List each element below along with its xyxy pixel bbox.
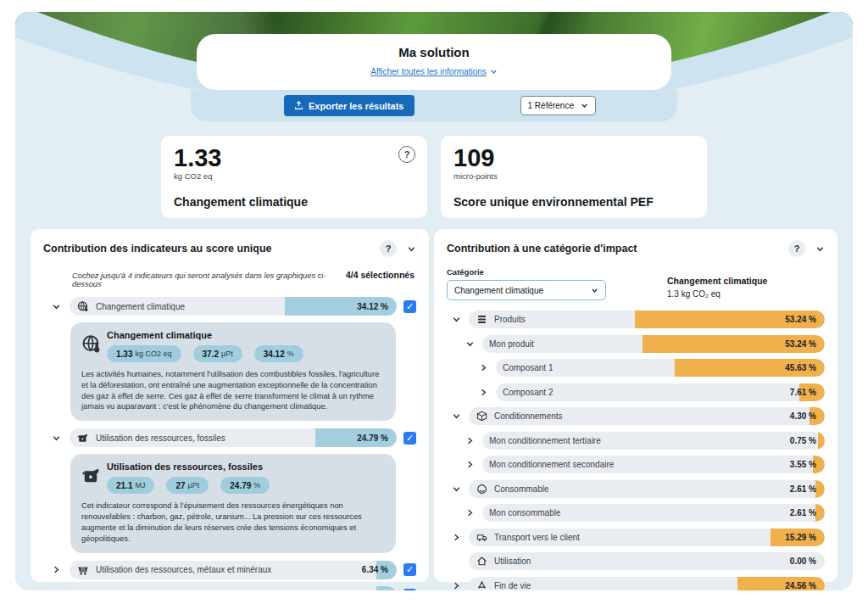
- value-pill: 24.79%: [220, 477, 270, 494]
- indicator-pill[interactable]: Utilisation des ressources, fossiles 24.…: [70, 428, 397, 447]
- tree-pill[interactable]: Fin de vie 24.56 %: [469, 577, 825, 591]
- globe-thermometer-icon: [81, 330, 107, 362]
- indicator-detail-card-climate: Changement climatique 1.33kg CO2 eq 37.2…: [70, 322, 396, 421]
- package-icon: [476, 411, 487, 422]
- chevron-down-icon: [815, 244, 825, 254]
- indicator-row-metals-minerals: Utilisation des ressources, métaux et mi…: [50, 561, 416, 579]
- metrics-row: 1.33 kg CO2 eq Changement climatique ? 1…: [15, 136, 853, 218]
- tree-row-conditionnement-secondaire: Mon conditionnement secondaire 3.55 %: [464, 456, 825, 473]
- chevron-down-icon[interactable]: [450, 315, 463, 324]
- metric-value: 109: [453, 145, 694, 171]
- indicator-pill[interactable]: Particules fines 6.29 %: [70, 586, 397, 590]
- indicator-checkbox[interactable]: ✓: [403, 432, 416, 445]
- value-pill: 34.12%: [254, 345, 303, 362]
- truck-icon: [476, 532, 487, 543]
- metric-unit: kg CO2 eq: [174, 171, 415, 181]
- detail-title: Changement climatique: [107, 330, 385, 340]
- metric-value: 1.33: [174, 145, 415, 171]
- indicator-row-fossil-resources: Utilisation des ressources, fossiles 24.…: [50, 428, 416, 447]
- value-pill: 27µPt: [166, 477, 209, 494]
- mine-cart-icon: [77, 564, 89, 576]
- selected-category-value: 1.3 kg CO₂ eq: [667, 289, 767, 299]
- solution-card: Ma solution Afficher toutes les informat…: [197, 34, 671, 90]
- metric-card-climate: 1.33 kg CO2 eq Changement climatique ?: [161, 136, 427, 218]
- tree-row-produits: Produits 53.24 %: [450, 310, 825, 328]
- home-icon: [476, 556, 487, 567]
- tree-row-conditionnement-tertiaire: Mon conditionnement tertiaire 0.75 %: [464, 432, 825, 450]
- value-pill: 21.1MJ: [107, 477, 154, 494]
- main-container: Exporter les résultats 1 Référence Ma so…: [15, 12, 853, 590]
- indicator-pill[interactable]: Changement climatique 34.12 %: [70, 297, 397, 316]
- export-results-button[interactable]: Exporter les résultats: [284, 95, 415, 116]
- reference-dropdown[interactable]: 1 Référence: [520, 96, 596, 115]
- indicators-contribution-panel: Contribution des indicateurs au score un…: [31, 229, 429, 582]
- show-all-informations-link[interactable]: Afficher toutes les informations: [370, 67, 498, 76]
- page-title: Ma solution: [197, 34, 671, 59]
- chevron-right-icon[interactable]: [477, 363, 490, 372]
- chevron-down-icon: [591, 287, 598, 294]
- collapse-panel-button[interactable]: [815, 244, 825, 254]
- globe-thermometer-icon: [77, 300, 89, 312]
- chevron-right-icon[interactable]: [464, 460, 476, 469]
- metric-label: Changement climatique: [174, 195, 415, 209]
- chevron-down-icon[interactable]: [50, 433, 63, 443]
- tree-pill[interactable]: Conditionnements 4.30 %: [469, 407, 825, 425]
- collapse-panel-button[interactable]: [407, 244, 416, 254]
- results-page: Exporter les résultats 1 Référence Ma so…: [0, 0, 868, 604]
- panel-title: Contribution à une catégorie d'impact: [447, 243, 637, 254]
- detail-description: Cet indicateur correspond à l'épuisement…: [81, 501, 385, 544]
- indicator-row-climate: Changement climatique 34.12 % ✓: [50, 297, 416, 316]
- category-contribution-panel: Contribution à une catégorie d'impact ? …: [434, 229, 837, 582]
- indicator-label: Utilisation des ressources, fossiles: [96, 433, 225, 443]
- help-icon[interactable]: ?: [398, 146, 415, 163]
- tree-pill[interactable]: Consommable 2.61 %: [469, 480, 825, 498]
- chevron-down-icon[interactable]: [450, 484, 463, 494]
- instruction-text: Cochez jusqu'à 4 indicateurs qui seront …: [72, 271, 346, 288]
- indicator-percent: 6.34 %: [362, 565, 397, 574]
- chevron-down-icon[interactable]: [50, 302, 63, 311]
- tree-pill[interactable]: Transport vers le client 15.29 %: [469, 528, 825, 546]
- chevron-right-icon[interactable]: [450, 533, 463, 542]
- tree-row-composant-1: Composant 1 45.63 %: [477, 359, 825, 377]
- selected-count: 4/4 sélectionnés: [346, 270, 415, 280]
- tree-pill[interactable]: Produits 53.24 %: [469, 310, 825, 328]
- help-icon[interactable]: ?: [788, 240, 805, 257]
- tree-row-mon-consommable: Mon consommable 2.61 %: [464, 504, 825, 522]
- indicator-row-fine-particles: Particules fines 6.29 % ✓: [50, 586, 416, 590]
- tree-pill[interactable]: Composant 2 7.61 %: [496, 383, 825, 401]
- help-icon[interactable]: ?: [380, 240, 397, 257]
- tree-row-transport: Transport vers le client 15.29 %: [450, 528, 825, 546]
- tree-pill[interactable]: Mon produit 53.24 %: [482, 335, 825, 353]
- indicator-checkbox[interactable]: ✓: [403, 589, 416, 590]
- indicator-checkbox[interactable]: ✓: [403, 563, 416, 576]
- chevron-down-icon[interactable]: [450, 411, 463, 421]
- metric-label: Score unique environnemental PEF: [453, 195, 694, 209]
- export-icon: [294, 101, 303, 110]
- panel-title: Contribution des indicateurs au score un…: [43, 243, 271, 254]
- indicator-checkbox[interactable]: ✓: [403, 300, 416, 313]
- tree-pill[interactable]: Mon conditionnement tertiaire 0.75 %: [482, 432, 825, 450]
- chevron-right-icon[interactable]: [464, 508, 476, 517]
- indicator-detail-card-fossil: Utilisation des ressources, fossiles 21.…: [70, 454, 396, 552]
- tree-pill[interactable]: Mon conditionnement secondaire 3.55 %: [482, 456, 825, 473]
- tree-row-composant-2: Composant 2 7.61 %: [477, 383, 825, 401]
- tree-row-conditionnements: Conditionnements 4.30 %: [450, 407, 825, 425]
- consumable-icon: [476, 484, 487, 495]
- category-label: Catégorie: [447, 267, 606, 277]
- tree-pill[interactable]: Mon consommable 2.61 %: [482, 504, 825, 522]
- chevron-down-icon: [490, 68, 498, 76]
- oil-can-icon: [77, 432, 89, 444]
- chevron-right-icon[interactable]: [464, 436, 476, 445]
- chevron-right-icon[interactable]: [450, 581, 463, 590]
- chevron-down-icon[interactable]: [464, 339, 476, 349]
- tree-pill[interactable]: Composant 1 45.63 %: [496, 359, 825, 377]
- indicator-percent: 24.79 %: [357, 433, 397, 443]
- tree-row-fin-de-vie: Fin de vie 24.56 %: [450, 577, 825, 591]
- indicator-pill[interactable]: Utilisation des ressources, métaux et mi…: [70, 561, 397, 579]
- category-select[interactable]: Changement climatique: [447, 280, 606, 300]
- tree-pill[interactable]: Utilisation 0.00 %: [469, 552, 825, 570]
- metric-unit: micro-points: [453, 171, 694, 181]
- chevron-right-icon[interactable]: [50, 565, 63, 574]
- chevron-right-icon[interactable]: [477, 388, 490, 397]
- detail-title: Utilisation des ressources, fossiles: [107, 461, 385, 472]
